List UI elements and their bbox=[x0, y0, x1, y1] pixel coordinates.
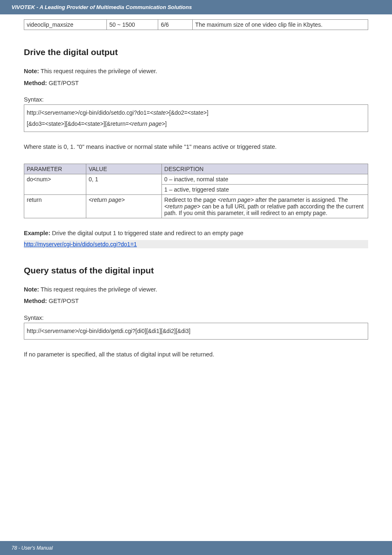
code-frag-ital: <state> bbox=[150, 109, 169, 116]
note-line: Note: This request requires the privileg… bbox=[24, 66, 368, 76]
example-line: Example: Drive the digital output 1 to t… bbox=[24, 228, 368, 238]
code-frag: [&do2=<state>] bbox=[169, 109, 208, 116]
method-text: GET/POST bbox=[47, 298, 78, 304]
code-frag: http://< bbox=[27, 109, 44, 116]
code-frag: http://< bbox=[27, 328, 44, 334]
note-line-2: Note: This request requires the privileg… bbox=[24, 284, 368, 295]
code-line-1: http://<servername>/cgi-bin/dido/setdo.c… bbox=[27, 107, 365, 118]
method-line-2: Method: GET/POST bbox=[24, 296, 368, 306]
videoclip-table: videoclip_maxsize 50 ~ 1500 6/6 The maxi… bbox=[24, 19, 368, 30]
section-heading-query: Query status of the digital input bbox=[24, 266, 368, 275]
header-text: VIVOTEK - A Leading Provider of Multimed… bbox=[12, 4, 192, 10]
page-content: videoclip_maxsize 50 ~ 1500 6/6 The maxi… bbox=[0, 14, 392, 359]
cell-param: return bbox=[24, 195, 86, 218]
syntax-box: http://<servername>/cgi-bin/dido/setdo.c… bbox=[24, 104, 368, 132]
syntax-label: Syntax: bbox=[24, 96, 368, 103]
code-frag: ] bbox=[165, 120, 167, 127]
method-label: Method: bbox=[24, 298, 47, 304]
desc-frag-ital: <return page> bbox=[164, 203, 201, 210]
example-link[interactable]: http://myserver/cgi-bin/dido/setdo.cgi?d… bbox=[24, 240, 368, 248]
method-text: GET/POST bbox=[47, 80, 78, 86]
after-text: If no parameter is specified, all the st… bbox=[24, 349, 368, 360]
footer-bar: 78 - User's Manual bbox=[0, 541, 392, 555]
cell-desc: 1 – active, triggered state bbox=[161, 185, 368, 195]
where-text: Where state is 0, 1. "0" means inactive … bbox=[24, 142, 368, 152]
cell-desc: The maximum size of one video clip file … bbox=[193, 20, 368, 30]
note-label: Note: bbox=[24, 286, 39, 293]
note-label: Note: bbox=[24, 68, 39, 74]
cell-param: do<num> bbox=[24, 174, 86, 195]
syntax-label-2: Syntax: bbox=[24, 314, 368, 321]
syntax-box-2: http://<servername>/cgi-bin/dido/getdi.c… bbox=[24, 323, 368, 340]
cell-desc: 0 – inactive, normal state bbox=[161, 174, 368, 185]
table-row: return <return page> Redirect to the pag… bbox=[24, 195, 368, 218]
footer-text: 78 - User's Manual bbox=[12, 545, 53, 551]
code-line-2: [&do3=<state>][&do4=<state>][&return=<re… bbox=[27, 118, 365, 130]
param-table: PARAMETER VALUE DESCRIPTION do<num> 0, 1… bbox=[24, 164, 368, 218]
code-frag-ital: servername bbox=[44, 109, 75, 116]
table-row: videoclip_maxsize 50 ~ 1500 6/6 The maxi… bbox=[24, 20, 368, 30]
cell-value: 0, 1 bbox=[86, 174, 161, 195]
table-row: do<num> 0, 1 0 – inactive, normal state bbox=[24, 174, 368, 185]
method-line: Method: GET/POST bbox=[24, 78, 368, 88]
code-frag: [&do3=<state>][&do4=<state>][&return= bbox=[27, 120, 129, 127]
cell-sec: 6/6 bbox=[158, 20, 193, 30]
cell-value: 50 ~ 1500 bbox=[106, 20, 158, 30]
code-frag-ital: <return page> bbox=[129, 120, 165, 127]
cell-desc: Redirect to the page <return page> after… bbox=[161, 195, 368, 218]
desc-frag: after the parameter is assigned bbox=[254, 197, 335, 203]
note-text: This request requires the privilege of v… bbox=[39, 68, 157, 74]
code-frag-ital: servername bbox=[44, 328, 75, 334]
code-frag: >/cgi-bin/dido/getdi.cgi?[di0][&di1][&di… bbox=[75, 328, 190, 334]
th-desc: DESCRIPTION bbox=[161, 164, 368, 174]
method-label: Method: bbox=[24, 80, 47, 86]
desc-frag: Redirect to the page bbox=[164, 197, 218, 203]
example-label: Example: bbox=[24, 230, 50, 236]
example-text: Drive the digital output 1 to triggered … bbox=[50, 230, 243, 236]
th-param: PARAMETER bbox=[24, 164, 86, 174]
desc-frag-ital: <return page> bbox=[218, 197, 254, 203]
header-bar: VIVOTEK - A Leading Provider of Multimed… bbox=[0, 0, 392, 14]
table-header-row: PARAMETER VALUE DESCRIPTION bbox=[24, 164, 368, 174]
desc-frag: The bbox=[338, 197, 348, 203]
cell-value: <return page> bbox=[86, 195, 161, 218]
note-text: This request requires the privilege of v… bbox=[39, 286, 157, 293]
section-heading-drive: Drive the digital output bbox=[24, 47, 368, 57]
th-value: VALUE bbox=[86, 164, 161, 174]
code-frag: >/cgi-bin/dido/setdo.cgi?do1= bbox=[75, 109, 150, 116]
cell-param: videoclip_maxsize bbox=[24, 20, 107, 30]
